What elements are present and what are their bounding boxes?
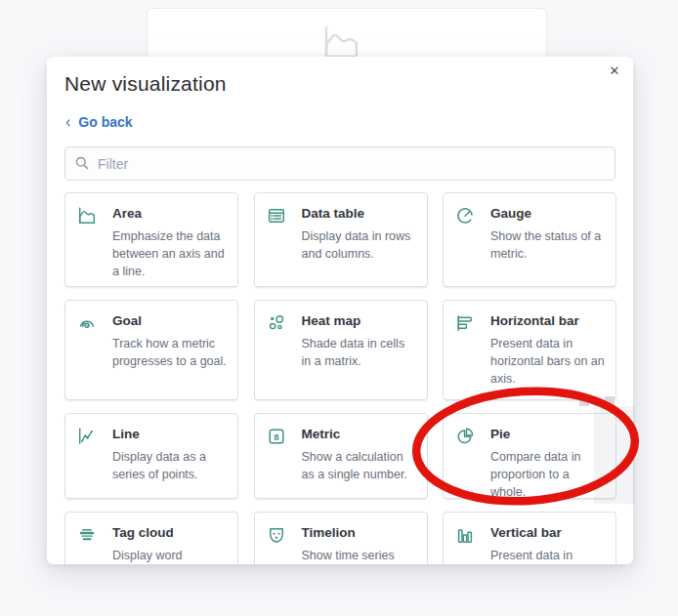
chevron-left-icon: ‹	[65, 115, 70, 129]
metric-icon: 8	[268, 428, 287, 445]
viz-card-description: Display data in rows and columns.	[302, 227, 417, 263]
viz-card-title: Line	[112, 427, 228, 441]
viz-card-description: Present data in horizontal bars on an ax…	[490, 335, 606, 388]
close-icon[interactable]: ✕	[604, 61, 625, 82]
line-chart-icon	[78, 428, 98, 445]
viz-card-title: Goal	[112, 313, 228, 328]
viz-card-vertical-bar[interactable]: Vertical bar Present data in vertical ba…	[443, 512, 616, 564]
viz-card-goal[interactable]: Goal Track how a metric progresses to a …	[64, 300, 238, 400]
viz-card-gauge[interactable]: Gauge Show the status of a metric.	[443, 192, 616, 287]
viz-card-title: Timelion	[302, 525, 417, 540]
viz-card-title: Heat map	[302, 313, 417, 328]
viz-card-data-table[interactable]: Data table Display data in rows and colu…	[254, 192, 428, 287]
goal-icon	[78, 314, 98, 332]
timelion-icon	[268, 526, 287, 544]
viz-card-timelion[interactable]: Timelion Show time series data on a grap…	[254, 512, 428, 564]
search-icon	[74, 155, 90, 171]
viz-card-title: Area	[112, 206, 228, 221]
viz-card-title: Tag cloud	[112, 525, 228, 540]
viz-card-title: Pie	[490, 427, 606, 441]
tag-cloud-icon	[78, 526, 98, 544]
pie-chart-icon	[456, 428, 476, 445]
viz-card-title: Gauge	[490, 206, 606, 221]
viz-card-description: Shade data in cells in a matrix.	[302, 335, 417, 370]
viz-card-description: Show the status of a metric.	[490, 227, 606, 263]
gauge-icon	[456, 207, 476, 225]
viz-card-description: Display data as a series of points.	[112, 448, 228, 483]
viz-card-description: Show time series data on a graph.	[302, 547, 417, 564]
viz-card-tag-cloud[interactable]: Tag cloud Display word frequency with fo…	[64, 512, 238, 564]
filter-input[interactable]	[64, 146, 615, 181]
viz-card-title: Metric	[302, 427, 417, 441]
faint-area-chart-icon	[322, 25, 358, 59]
viz-card-horizontal-bar[interactable]: Horizontal bar Present data in horizonta…	[443, 300, 616, 400]
viz-card-line[interactable]: Line Display data as a series of points.	[64, 413, 238, 499]
area-chart-icon	[78, 207, 98, 225]
visualization-grid: Area Emphasize the data between an axis …	[64, 192, 616, 564]
data-table-icon	[268, 207, 287, 225]
go-back-label: Go back	[78, 114, 132, 130]
new-visualization-modal: ✕ New visualization ‹ Go back Area Empha…	[47, 57, 633, 564]
viz-card-description: Emphasize the data between an axis and a…	[112, 227, 228, 280]
viz-card-description: Track how a metric progresses to a goal.	[112, 335, 228, 370]
viz-card-title: Vertical bar	[490, 525, 606, 540]
viz-card-area[interactable]: Area Emphasize the data between an axis …	[64, 192, 238, 287]
viz-card-title: Horizontal bar	[490, 313, 606, 328]
svg-text:8: 8	[274, 431, 279, 442]
viz-card-description: Display word frequency with font size.	[112, 547, 228, 564]
viz-card-pie[interactable]: Pie Compare data in proportion to a whol…	[443, 413, 616, 499]
vertical-bar-icon	[456, 526, 476, 544]
viz-card-description: Compare data in proportion to a whole.	[490, 448, 606, 501]
go-back-link[interactable]: ‹ Go back	[65, 114, 133, 130]
viz-card-heat-map[interactable]: Heat map Shade data in cells in a matrix…	[254, 300, 428, 400]
horizontal-bar-icon	[456, 314, 476, 332]
filter-field-wrap	[64, 146, 615, 181]
viz-card-title: Data table	[302, 206, 417, 221]
viz-card-description: Show a calculation as a single number.	[302, 448, 417, 483]
heat-map-icon	[268, 314, 287, 332]
page-title: New visualization	[64, 72, 227, 96]
viz-card-metric[interactable]: 8 Metric Show a calculation as a single …	[254, 413, 428, 499]
viz-card-description: Present data in vertical bars on an axis…	[490, 547, 606, 564]
